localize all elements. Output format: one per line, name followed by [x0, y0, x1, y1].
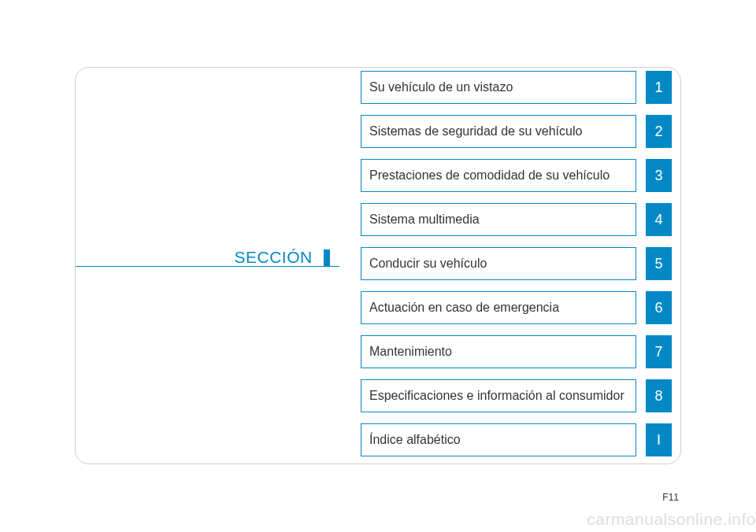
section-heading-wrap: SECCIÓN: [76, 248, 339, 272]
toc-row: Sistema multimedia 4: [361, 203, 672, 236]
toc-number-tab: 8: [646, 379, 672, 412]
section-marker-icon: [324, 249, 330, 267]
toc-title: Prestaciones de comodidad de su vehículo: [361, 159, 636, 192]
content-area: SECCIÓN Su vehículo de un vistazo 1 Sist…: [76, 68, 680, 464]
toc-title: Sistemas de seguridad de su vehículo: [361, 115, 636, 148]
toc-row: Sistemas de seguridad de su vehículo 2: [361, 115, 672, 148]
toc-list: Su vehículo de un vistazo 1 Sistemas de …: [361, 71, 672, 456]
page-frame: SECCIÓN Su vehículo de un vistazo 1 Sist…: [75, 67, 681, 464]
toc-row: Índice alfabético I: [361, 423, 672, 456]
toc-row: Conducir su vehículo 5: [361, 247, 672, 280]
section-heading: SECCIÓN: [76, 248, 339, 272]
page-number: F11: [662, 492, 679, 503]
toc-number-tab: 5: [646, 247, 672, 280]
toc-number-tab: 1: [646, 71, 672, 104]
toc-title: Índice alfabético: [361, 423, 636, 456]
toc-number-tab: 7: [646, 335, 672, 368]
toc-row: Mantenimiento 7: [361, 335, 672, 368]
toc-number-tab: 2: [646, 115, 672, 148]
toc-title: Conducir su vehículo: [361, 247, 636, 280]
toc-number-tab: I: [646, 423, 672, 456]
toc-title: Actuación en caso de emergencia: [361, 291, 636, 324]
toc-row: Prestaciones de comodidad de su vehículo…: [361, 159, 672, 192]
watermark: carmanualsonline.info: [587, 510, 756, 529]
toc-title: Especificaciones e información al consum…: [361, 379, 636, 412]
toc-title: Sistema multimedia: [361, 203, 636, 236]
section-heading-text: SECCIÓN: [234, 248, 312, 266]
toc-row: Especificaciones e información al consum…: [361, 379, 672, 412]
toc-number-tab: 3: [646, 159, 672, 192]
toc-number-tab: 4: [646, 203, 672, 236]
toc-title: Su vehículo de un vistazo: [361, 71, 636, 104]
toc-title: Mantenimiento: [361, 335, 636, 368]
toc-number-tab: 6: [646, 291, 672, 324]
toc-row: Su vehículo de un vistazo 1: [361, 71, 672, 104]
divider-line: [76, 266, 339, 267]
toc-row: Actuación en caso de emergencia 6: [361, 291, 672, 324]
